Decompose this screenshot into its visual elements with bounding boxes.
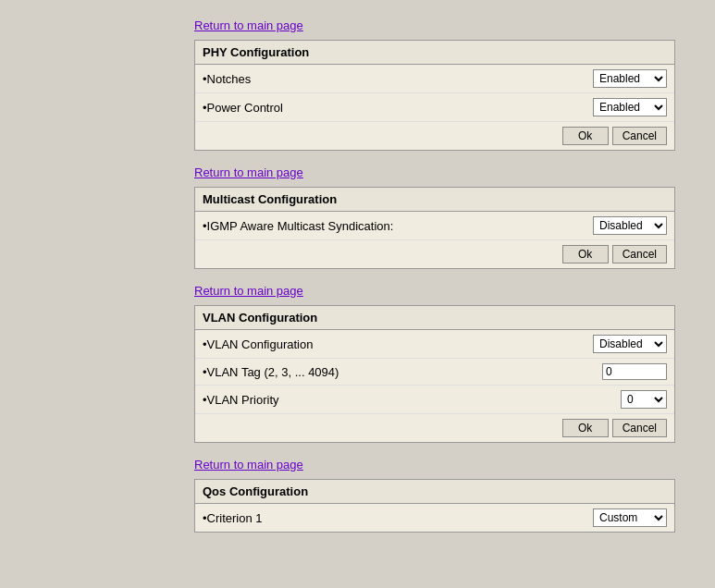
return-link-2[interactable]: Return to main page <box>194 165 303 179</box>
vlan-priority-row: •VLAN Priority 0 1 2 3 4 5 6 7 <box>195 386 674 414</box>
phy-power-control: Enabled Disabled <box>593 98 667 116</box>
phy-button-row: Ok Cancel <box>195 122 674 150</box>
phy-notches-row: •Notches Enabled Disabled <box>195 65 674 93</box>
vlan-priority-select[interactable]: 0 1 2 3 4 5 6 7 <box>621 390 667 409</box>
return-link-3[interactable]: Return to main page <box>194 284 303 298</box>
phy-config-box: PHY Configuration •Notches Enabled Disab… <box>194 40 675 151</box>
qos-criterion1-control: Custom Option1 <box>593 508 667 527</box>
vlan-button-row: Ok Cancel <box>195 414 674 442</box>
qos-criterion1-row: •Criterion 1 Custom Option1 <box>195 504 674 532</box>
phy-power-row: •Power Control Enabled Disabled <box>195 93 674 122</box>
qos-config-box: Qos Configuration •Criterion 1 Custom Op… <box>194 479 675 533</box>
multicast-igmp-control: Disabled Enabled <box>593 216 667 235</box>
vlan-title: VLAN Configuration <box>195 306 674 330</box>
qos-criterion1-select[interactable]: Custom Option1 <box>593 508 667 527</box>
multicast-config-box: Multicast Configuration •IGMP Aware Mult… <box>194 187 675 269</box>
vlan-tag-row: •VLAN Tag (2, 3, ... 4094) <box>195 359 674 386</box>
page-container: Return to main page PHY Configuration •N… <box>0 0 715 588</box>
vlan-config-label: •VLAN Configuration <box>203 337 593 351</box>
multicast-cancel-button[interactable]: Cancel <box>612 245 667 263</box>
vlan-config-row: •VLAN Configuration Disabled Enabled <box>195 330 674 359</box>
multicast-igmp-label: •IGMP Aware Multicast Syndication: <box>203 219 593 233</box>
vlan-config-box: VLAN Configuration •VLAN Configuration D… <box>194 305 675 443</box>
phy-title: PHY Configuration <box>195 41 674 65</box>
multicast-ok-button[interactable]: Ok <box>562 245 609 263</box>
qos-title: Qos Configuration <box>195 480 674 504</box>
multicast-igmp-row: •IGMP Aware Multicast Syndication: Disab… <box>195 212 674 240</box>
vlan-tag-input[interactable] <box>602 363 667 380</box>
vlan-priority-label: •VLAN Priority <box>203 393 621 407</box>
return-link-1[interactable]: Return to main page <box>194 18 303 32</box>
qos-criterion1-label: •Criterion 1 <box>203 511 593 525</box>
vlan-config-select[interactable]: Disabled Enabled <box>593 335 667 353</box>
vlan-cancel-button[interactable]: Cancel <box>612 419 667 437</box>
phy-notches-control: Enabled Disabled <box>593 69 667 88</box>
phy-power-label: •Power Control <box>203 101 593 115</box>
vlan-tag-control <box>602 363 667 380</box>
phy-ok-button[interactable]: Ok <box>562 127 609 145</box>
phy-power-select[interactable]: Enabled Disabled <box>593 98 667 116</box>
multicast-button-row: Ok Cancel <box>195 240 674 268</box>
phy-cancel-button[interactable]: Cancel <box>612 127 667 145</box>
phy-notches-label: •Notches <box>203 72 593 86</box>
vlan-priority-control: 0 1 2 3 4 5 6 7 <box>621 390 667 409</box>
vlan-ok-button[interactable]: Ok <box>562 419 609 437</box>
multicast-title: Multicast Configuration <box>195 188 674 212</box>
vlan-config-control: Disabled Enabled <box>593 335 667 353</box>
return-link-4[interactable]: Return to main page <box>194 458 303 472</box>
vlan-tag-label: •VLAN Tag (2, 3, ... 4094) <box>203 365 602 379</box>
multicast-igmp-select[interactable]: Disabled Enabled <box>593 216 667 235</box>
phy-notches-select[interactable]: Enabled Disabled <box>593 69 667 88</box>
